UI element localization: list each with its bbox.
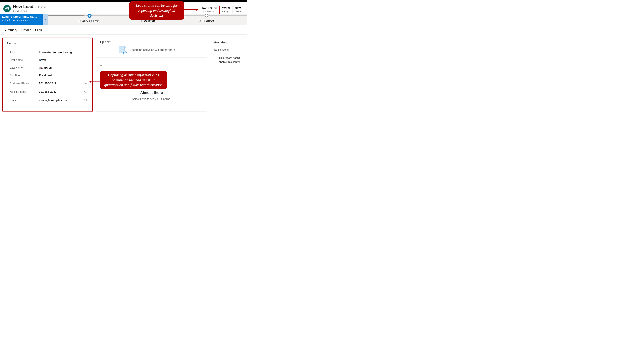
business-phone-label: Business Phone (7, 82, 39, 85)
email-value: steve@example.com (39, 99, 84, 102)
business-process-flow: Lead to Opportunity Sal… Active for less… (0, 14, 247, 25)
svg-marker-9 (89, 81, 91, 83)
lock-icon (199, 20, 202, 22)
field-email[interactable]: Email steve@example.com (7, 98, 88, 102)
svg-rect-5 (84, 99, 86, 101)
form-tabs: Summary Details Files (0, 25, 247, 35)
notifications-label: Notifications (214, 48, 243, 51)
tab-files[interactable]: Files (35, 28, 42, 34)
first-name-value: Steve (39, 58, 88, 62)
email-label: Email (7, 99, 39, 102)
right-column: Assistant Notifications This record hasn… (210, 38, 247, 112)
rating-label: Rating (222, 10, 230, 13)
lock-icon (140, 20, 143, 22)
chevron-down-icon (28, 10, 30, 12)
topic-label: Topic* (7, 51, 39, 54)
field-last-name[interactable]: Last Name* Campbell (7, 66, 88, 69)
annotation-lead-source: Lead source can be used for reporting an… (129, 1, 184, 20)
stage-propose[interactable]: Propose (199, 14, 214, 23)
job-title-value: President (39, 74, 88, 77)
last-name-value: Campbell (39, 66, 88, 69)
status-value: New (235, 6, 241, 10)
chevron-left-icon (45, 18, 46, 21)
form-name: Lead (22, 10, 27, 13)
stage-qualify-duration: (< 1 Min) (89, 20, 100, 23)
up-next-empty-icon: ✦ (118, 46, 126, 54)
field-business-phone[interactable]: Business Phone 701 555-2819 (7, 82, 88, 86)
entity-name: Lead (13, 10, 18, 13)
last-name-label: Last Name* (7, 66, 39, 69)
lead-source-value: Trade Show (202, 7, 218, 10)
contact-section-title: Contact (7, 42, 88, 47)
lead-entity-icon (3, 5, 11, 13)
phone-icon[interactable] (84, 90, 87, 94)
email-icon[interactable] (84, 98, 87, 102)
business-phone-value: 701 555-2819 (39, 82, 84, 85)
field-job-title[interactable]: Job Title President (7, 74, 88, 77)
timeline-almost-sub: Select Save to see your timeline. (100, 98, 203, 101)
field-first-name[interactable]: First Name+ Steve (7, 58, 88, 62)
first-name-label: First Name+ (7, 59, 39, 62)
up-next-empty-text: Upcoming activities will appear here (130, 48, 175, 52)
record-subtitle[interactable]: Lead · Lead (13, 10, 48, 13)
tab-summary[interactable]: Summary (4, 28, 17, 34)
mobile-phone-value: 701 555-2947 (39, 90, 84, 94)
up-next-title: Up next (100, 41, 203, 45)
title-block: New Lead - Unsaved Lead · Lead (13, 4, 48, 13)
header-stats: Trade Show Lead Source Warm Rating New S… (200, 6, 244, 14)
svg-marker-7 (196, 9, 199, 11)
rating-value: Warm (222, 6, 230, 10)
window-top-bar (0, 0, 247, 2)
phone-icon[interactable] (84, 82, 87, 86)
timeline-almost-title: Almost there (100, 91, 203, 95)
field-topic[interactable]: Topic* Interested in purchasing … (7, 51, 88, 54)
target-gear-icon (5, 7, 9, 11)
annotation-arrow-2 (89, 80, 101, 84)
stat-lead-source[interactable]: Trade Show Lead Source (200, 6, 220, 14)
bpf-flyout[interactable]: Lead to Opportunity Sal… Active for less… (0, 14, 43, 25)
lead-source-label: Lead Source (202, 10, 218, 13)
stage-qualify-dot (88, 14, 92, 18)
recommended-indicator: + (40, 59, 41, 61)
sparkle-icon: ✦ (124, 46, 126, 49)
record-save-state: - Unsaved (35, 6, 48, 9)
annotation-capture-info: Capturing as much information as possibl… (100, 71, 167, 89)
check-badge-icon (123, 51, 126, 54)
stat-rating[interactable]: Warm Rating (220, 6, 232, 13)
assistant-message: This record hasn't enable this conten (214, 56, 243, 64)
svg-point-1 (6, 8, 8, 10)
annotation-arrow-1 (184, 8, 199, 12)
svg-rect-3 (141, 21, 142, 22)
up-next-card: Up next ✦ Upcoming activities will appea… (96, 38, 207, 58)
bpf-duration: Active for less than one mi… (2, 19, 41, 22)
assistant-card: Assistant Notifications This record hasn… (210, 38, 247, 78)
assistant-title: Assistant (214, 41, 243, 44)
related-card (210, 83, 247, 96)
tab-details[interactable]: Details (21, 28, 31, 34)
required-indicator: * (40, 66, 41, 69)
job-title-label: Job Title (7, 74, 39, 77)
bpf-collapse-button[interactable] (43, 14, 48, 25)
stage-propose-label: Propose (202, 19, 214, 23)
stage-qualify[interactable]: Qualify (< 1 Min) (78, 14, 100, 23)
record-title: New Lead (13, 4, 33, 9)
topic-value: Interested in purchasing … (39, 51, 88, 54)
required-indicator: * (40, 51, 41, 54)
contact-section: Contact Topic* Interested in purchasing … (2, 38, 93, 112)
field-mobile-phone[interactable]: Mobile Phone 701 555-2947 (7, 90, 88, 94)
timeline-title-prefix: Ti (100, 65, 102, 68)
bpf-name: Lead to Opportunity Sal… (2, 15, 41, 19)
record-header: New Lead - Unsaved Lead · Lead Trade Sho… (0, 2, 247, 13)
stage-propose-dot (205, 14, 208, 18)
stage-qualify-label: Qualify (78, 20, 88, 23)
mobile-phone-label: Mobile Phone (7, 90, 39, 93)
stat-status[interactable]: New Status (232, 6, 244, 13)
svg-rect-4 (200, 21, 201, 22)
status-label: Status (235, 10, 241, 13)
